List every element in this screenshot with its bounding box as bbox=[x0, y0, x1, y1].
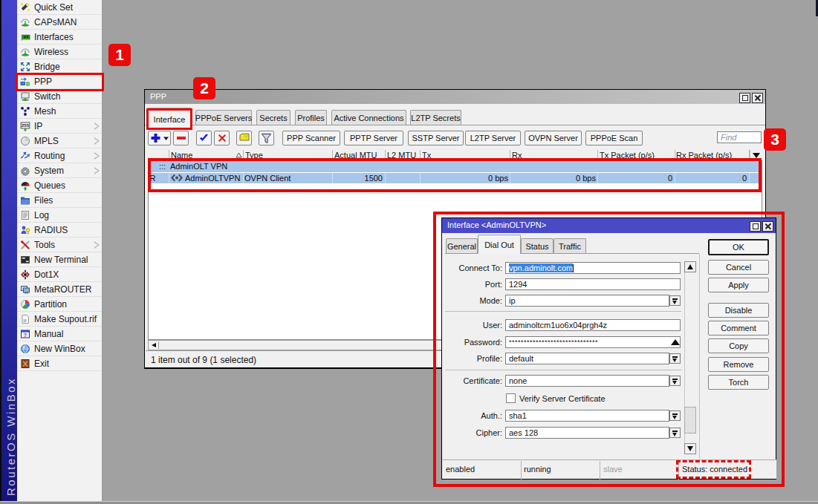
svg-text:?: ? bbox=[24, 333, 27, 338]
svg-text:255: 255 bbox=[22, 123, 30, 128]
